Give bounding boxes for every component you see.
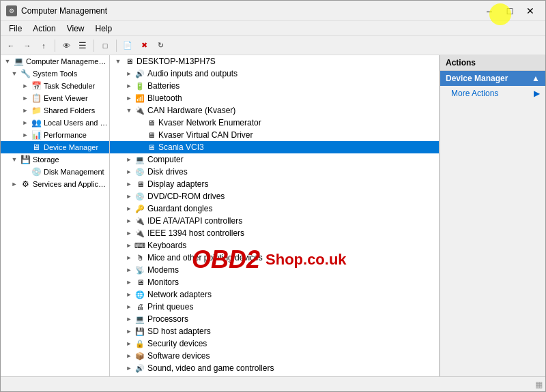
- device-bluetooth[interactable]: ► 📶 Bluetooth: [110, 92, 439, 104]
- tree-disk-management[interactable]: 💿 Disk Management: [1, 166, 109, 178]
- icon-software: 📦: [134, 350, 145, 361]
- device-root[interactable]: ▼ 🖥 DESKTOP-M13PH7S: [110, 55, 439, 67]
- expand-network[interactable]: ►: [124, 291, 134, 298]
- expand-ide[interactable]: ►: [124, 217, 134, 224]
- toolbar-refresh[interactable]: ↻: [153, 38, 168, 53]
- device-computer[interactable]: ► 💻 Computer: [110, 153, 439, 166]
- device-audio[interactable]: ► 🔊 Audio inputs and outputs: [110, 67, 439, 80]
- expand-batteries[interactable]: ►: [124, 82, 134, 89]
- label-computer: Computer: [147, 155, 184, 164]
- tree-task-scheduler[interactable]: ► 📅 Task Scheduler: [1, 80, 109, 92]
- device-storage-controllers[interactable]: ► 💾 Storage controllers: [110, 374, 439, 376]
- actions-section-device-manager[interactable]: Device Manager ▲: [440, 71, 545, 86]
- label-security: Security devices: [147, 339, 207, 348]
- tree-event-viewer[interactable]: ► 📋 Event Viewer: [1, 92, 109, 104]
- device-kvaser-virtual[interactable]: 🖥 Kvaser Virtual CAN Driver: [110, 129, 439, 141]
- tree-performance[interactable]: ► 📊 Performance: [1, 129, 109, 141]
- expand-storage[interactable]: ▼: [9, 156, 20, 163]
- expand-guardant[interactable]: ►: [124, 205, 134, 212]
- expand-root[interactable]: ▼: [113, 58, 124, 65]
- tree-shared-folders[interactable]: ► 📁 Shared Folders: [1, 104, 109, 117]
- expand-computer[interactable]: ►: [124, 156, 134, 163]
- device-display-adapters[interactable]: ► 🖥 Display adapters: [110, 178, 439, 190]
- device-mice[interactable]: ► 🖱 Mice and other pointing devices: [110, 252, 439, 264]
- expand-mice[interactable]: ►: [124, 254, 134, 261]
- expand-disk-drives[interactable]: ►: [124, 168, 134, 175]
- expand-sd[interactable]: ►: [124, 328, 134, 335]
- expand-can-hardware[interactable]: ▼: [124, 107, 134, 114]
- expand-modems[interactable]: ►: [124, 267, 134, 273]
- expand-kvaser-network[interactable]: [134, 119, 145, 126]
- expand-sound[interactable]: ►: [124, 365, 134, 372]
- expand-device-manager[interactable]: [20, 144, 31, 151]
- device-monitors[interactable]: ► 🖥 Monitors: [110, 276, 439, 288]
- device-disk-drives[interactable]: ► 💿 Disk drives: [110, 166, 439, 178]
- expand-performance[interactable]: ►: [20, 132, 31, 138]
- device-kvaser-network[interactable]: 🖥 Kvaser Network Enumerator: [110, 117, 439, 129]
- toolbar: ← → ↑ 👁 ☰ □ 📄 ✖ ↻: [1, 36, 545, 55]
- toolbar-new-window[interactable]: □: [98, 38, 113, 53]
- tree-storage[interactable]: ▼ 💾 Storage: [1, 153, 109, 166]
- expand-disk-management[interactable]: [20, 168, 31, 175]
- device-dvd-drives[interactable]: ► 💿 DVD/CD-ROM drives: [110, 190, 439, 202]
- expand-event-viewer[interactable]: ►: [20, 95, 31, 102]
- expand-kvaser-virtual[interactable]: [134, 132, 145, 138]
- device-print-queues[interactable]: ► 🖨 Print queues: [110, 301, 439, 313]
- menu-view[interactable]: View: [61, 22, 90, 35]
- toolbar-show-hide[interactable]: 👁: [59, 38, 74, 53]
- close-button[interactable]: ✕: [521, 3, 540, 18]
- device-ide-atapi[interactable]: ► 🔌 IDE ATA/ATAPI controllers: [110, 215, 439, 227]
- tree-computer-mgmt[interactable]: ▼ 💻 Computer Management (Loca: [1, 55, 109, 67]
- device-processors[interactable]: ► 💻 Processors: [110, 313, 439, 325]
- device-can-hardware[interactable]: ▼ 🔌 CAN Hardware (Kvaser): [110, 104, 439, 117]
- toolbar-back[interactable]: ←: [3, 38, 18, 53]
- expand-ieee[interactable]: ►: [124, 230, 134, 237]
- device-software[interactable]: ► 📦 Software devices: [110, 350, 439, 362]
- label-scania: Scania VCI3: [158, 142, 204, 152]
- expand-keyboards[interactable]: ►: [124, 242, 134, 249]
- toolbar-properties[interactable]: ☰: [75, 38, 90, 53]
- device-batteries[interactable]: ► 🔋 Batteries: [110, 80, 439, 92]
- label-sd: SD host adapters: [147, 327, 211, 336]
- expand-local-users[interactable]: ►: [20, 119, 31, 126]
- expand-dvd[interactable]: ►: [124, 193, 134, 200]
- icon-computer-mgmt: 💻: [13, 56, 24, 67]
- toolbar-help[interactable]: ✖: [136, 38, 152, 53]
- device-security[interactable]: ► 🔒 Security devices: [110, 337, 439, 350]
- expand-scania[interactable]: [134, 144, 145, 151]
- tree-services-apps[interactable]: ► ⚙ Services and Applications: [1, 178, 109, 190]
- tree-system-tools[interactable]: ▼ 🔧 System Tools: [1, 67, 109, 80]
- expand-security[interactable]: ►: [124, 340, 134, 347]
- toolbar-up[interactable]: ↑: [36, 38, 51, 53]
- device-keyboards[interactable]: ► ⌨ Keyboards: [110, 239, 439, 252]
- expand-processors[interactable]: ►: [124, 316, 134, 322]
- expand-print[interactable]: ►: [124, 303, 134, 310]
- expand-display-adapters[interactable]: ►: [124, 181, 134, 187]
- menu-help[interactable]: Help: [90, 22, 118, 35]
- device-scania-vci3[interactable]: 🖥 Scania VCI3: [110, 141, 439, 153]
- device-ieee1394[interactable]: ► 🔌 IEEE 1394 host controllers: [110, 227, 439, 239]
- expand-monitors[interactable]: ►: [124, 279, 134, 286]
- more-actions-item[interactable]: More Actions ▶: [440, 86, 545, 101]
- device-sd-host[interactable]: ► 💾 SD host adapters: [110, 325, 439, 337]
- device-modems[interactable]: ► 📡 Modems: [110, 264, 439, 276]
- expand-task-scheduler[interactable]: ►: [20, 82, 31, 89]
- toolbar-export[interactable]: 📄: [120, 38, 135, 53]
- menu-file[interactable]: File: [3, 22, 27, 35]
- expand-software[interactable]: ►: [124, 352, 134, 359]
- device-sound-video[interactable]: ► 🔊 Sound, video and game controllers: [110, 362, 439, 374]
- expand-system-tools[interactable]: ▼: [9, 70, 20, 77]
- device-guardant[interactable]: ► 🔑 Guardant dongles: [110, 202, 439, 215]
- expand-services-apps[interactable]: ►: [9, 181, 20, 187]
- icon-kvaser-network: 🖥: [145, 117, 156, 128]
- menu-action[interactable]: Action: [27, 22, 61, 35]
- tree-local-users[interactable]: ► 👥 Local Users and Groups: [1, 117, 109, 129]
- tree-device-manager[interactable]: 🖥 Device Manager: [1, 141, 109, 153]
- toolbar-forward[interactable]: →: [20, 38, 35, 53]
- label-kvaser-network: Kvaser Network Enumerator: [158, 118, 261, 127]
- expand-bluetooth[interactable]: ►: [124, 95, 134, 102]
- expand-computer-mgmt[interactable]: ▼: [2, 58, 13, 65]
- device-network-adapters[interactable]: ► 🌐 Network adapters: [110, 288, 439, 301]
- expand-audio[interactable]: ►: [124, 70, 134, 77]
- expand-shared-folders[interactable]: ►: [20, 107, 31, 114]
